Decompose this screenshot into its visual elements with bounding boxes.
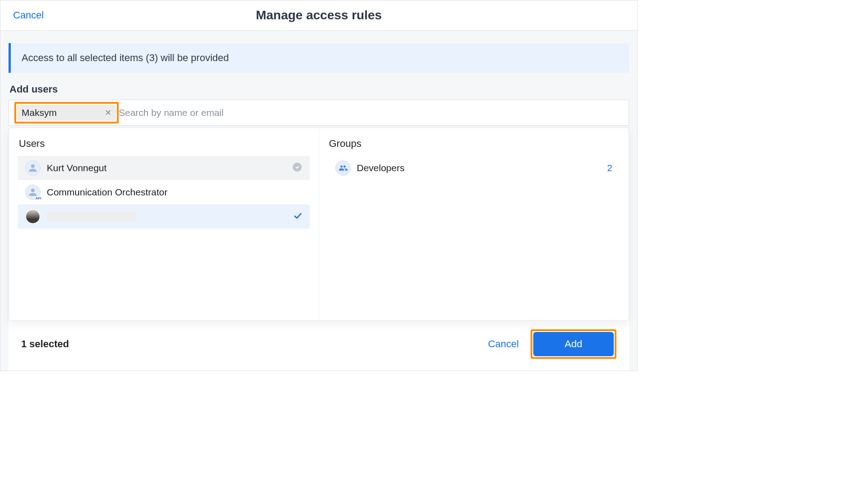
- dialog-title: Manage access rules: [0, 8, 637, 22]
- results-panel: Users Kurt Vonnegut: [9, 128, 629, 321]
- avatar-api-icon: API: [25, 185, 40, 200]
- selected-count: 1 selected: [21, 338, 69, 350]
- user-row[interactable]: [18, 204, 310, 229]
- dialog-header: Cancel Manage access rules: [0, 0, 637, 31]
- group-row[interactable]: Developers 2: [328, 156, 620, 180]
- user-row[interactable]: API Communication Orchestrator: [18, 180, 310, 204]
- users-heading: Users: [18, 138, 310, 150]
- check-icon: [293, 211, 303, 223]
- group-name: Developers: [357, 163, 405, 173]
- manage-access-rules-dialog: Cancel Manage access rules Access to all…: [0, 0, 638, 371]
- add-users-label: Add users: [9, 84, 629, 95]
- groups-heading: Groups: [328, 138, 620, 150]
- user-row[interactable]: Kurt Vonnegut: [18, 156, 310, 180]
- users-column: Users Kurt Vonnegut: [9, 128, 319, 320]
- chip-remove-icon[interactable]: ✕: [105, 108, 112, 118]
- user-name: Kurt Vonnegut: [47, 163, 107, 173]
- group-member-count: 2: [607, 163, 612, 173]
- groups-column: Groups Developers 2: [319, 128, 629, 320]
- groups-list: Developers 2: [328, 156, 620, 180]
- info-banner: Access to all selected items (3) will be…: [9, 43, 629, 73]
- svg-point-0: [293, 163, 302, 172]
- avatar-silhouette-icon: [25, 160, 40, 176]
- add-users-search-row[interactable]: Maksym ✕: [9, 100, 629, 126]
- cancel-button[interactable]: Cancel: [13, 9, 44, 21]
- footer-cancel-button[interactable]: Cancel: [488, 338, 518, 350]
- user-name: Communication Orchestrator: [47, 187, 167, 198]
- user-name-redacted: [47, 212, 137, 221]
- chip-label: Maksym: [22, 107, 57, 118]
- avatar-photo-icon: [25, 209, 40, 224]
- dialog-body: Access to all selected items (3) will be…: [0, 31, 637, 371]
- group-icon: [335, 160, 351, 176]
- search-input[interactable]: [119, 107, 629, 118]
- check-circle-icon: [292, 162, 303, 175]
- selected-user-chip[interactable]: Maksym ✕: [17, 105, 116, 121]
- users-list: Kurt Vonnegut API Communication Orchestr…: [18, 156, 310, 229]
- dialog-footer: 1 selected Cancel Add: [9, 319, 629, 371]
- add-button[interactable]: Add: [533, 332, 614, 356]
